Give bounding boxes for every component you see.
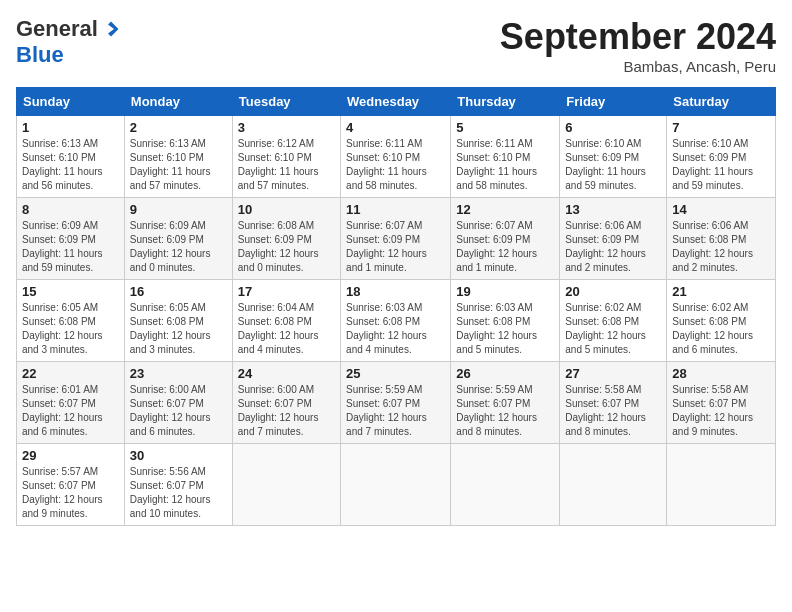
calendar-week-row: 22 Sunrise: 6:01 AM Sunset: 6:07 PM Dayl…	[17, 362, 776, 444]
col-sunday: Sunday	[17, 88, 125, 116]
calendar-cell: 27 Sunrise: 5:58 AM Sunset: 6:07 PM Dayl…	[560, 362, 667, 444]
svg-marker-0	[108, 22, 119, 37]
calendar-week-row: 15 Sunrise: 6:05 AM Sunset: 6:08 PM Dayl…	[17, 280, 776, 362]
day-number: 21	[672, 284, 770, 299]
calendar-cell: 24 Sunrise: 6:00 AM Sunset: 6:07 PM Dayl…	[232, 362, 340, 444]
calendar-cell: 11 Sunrise: 6:07 AM Sunset: 6:09 PM Dayl…	[341, 198, 451, 280]
calendar-cell: 10 Sunrise: 6:08 AM Sunset: 6:09 PM Dayl…	[232, 198, 340, 280]
day-number: 19	[456, 284, 554, 299]
day-info: Sunrise: 6:09 AM Sunset: 6:09 PM Dayligh…	[22, 219, 119, 275]
day-info: Sunrise: 6:11 AM Sunset: 6:10 PM Dayligh…	[456, 137, 554, 193]
calendar-cell: 3 Sunrise: 6:12 AM Sunset: 6:10 PM Dayli…	[232, 116, 340, 198]
day-number: 29	[22, 448, 119, 463]
logo: General Blue	[16, 16, 120, 68]
day-number: 30	[130, 448, 227, 463]
calendar-cell: 25 Sunrise: 5:59 AM Sunset: 6:07 PM Dayl…	[341, 362, 451, 444]
day-info: Sunrise: 6:02 AM Sunset: 6:08 PM Dayligh…	[565, 301, 661, 357]
day-number: 6	[565, 120, 661, 135]
day-info: Sunrise: 5:59 AM Sunset: 6:07 PM Dayligh…	[346, 383, 445, 439]
page-header: General Blue September 2024 Bambas, Anca…	[16, 16, 776, 75]
calendar-cell	[451, 444, 560, 526]
day-number: 15	[22, 284, 119, 299]
day-number: 3	[238, 120, 335, 135]
day-number: 8	[22, 202, 119, 217]
calendar-cell	[667, 444, 776, 526]
day-info: Sunrise: 6:03 AM Sunset: 6:08 PM Dayligh…	[456, 301, 554, 357]
calendar-cell: 1 Sunrise: 6:13 AM Sunset: 6:10 PM Dayli…	[17, 116, 125, 198]
day-info: Sunrise: 5:58 AM Sunset: 6:07 PM Dayligh…	[565, 383, 661, 439]
logo-blue-text: Blue	[16, 42, 64, 68]
day-number: 14	[672, 202, 770, 217]
calendar-week-row: 8 Sunrise: 6:09 AM Sunset: 6:09 PM Dayli…	[17, 198, 776, 280]
day-info: Sunrise: 5:58 AM Sunset: 6:07 PM Dayligh…	[672, 383, 770, 439]
calendar-cell: 15 Sunrise: 6:05 AM Sunset: 6:08 PM Dayl…	[17, 280, 125, 362]
calendar-cell: 23 Sunrise: 6:00 AM Sunset: 6:07 PM Dayl…	[124, 362, 232, 444]
day-info: Sunrise: 6:06 AM Sunset: 6:08 PM Dayligh…	[672, 219, 770, 275]
day-info: Sunrise: 6:00 AM Sunset: 6:07 PM Dayligh…	[238, 383, 335, 439]
col-tuesday: Tuesday	[232, 88, 340, 116]
day-info: Sunrise: 6:13 AM Sunset: 6:10 PM Dayligh…	[130, 137, 227, 193]
day-number: 10	[238, 202, 335, 217]
day-number: 18	[346, 284, 445, 299]
day-info: Sunrise: 6:07 AM Sunset: 6:09 PM Dayligh…	[456, 219, 554, 275]
day-number: 1	[22, 120, 119, 135]
day-info: Sunrise: 6:07 AM Sunset: 6:09 PM Dayligh…	[346, 219, 445, 275]
day-number: 22	[22, 366, 119, 381]
col-thursday: Thursday	[451, 88, 560, 116]
day-info: Sunrise: 6:06 AM Sunset: 6:09 PM Dayligh…	[565, 219, 661, 275]
day-number: 25	[346, 366, 445, 381]
day-info: Sunrise: 6:08 AM Sunset: 6:09 PM Dayligh…	[238, 219, 335, 275]
calendar-week-row: 29 Sunrise: 5:57 AM Sunset: 6:07 PM Dayl…	[17, 444, 776, 526]
day-number: 7	[672, 120, 770, 135]
calendar-cell: 17 Sunrise: 6:04 AM Sunset: 6:08 PM Dayl…	[232, 280, 340, 362]
calendar-header-row: Sunday Monday Tuesday Wednesday Thursday…	[17, 88, 776, 116]
day-number: 2	[130, 120, 227, 135]
calendar-cell: 7 Sunrise: 6:10 AM Sunset: 6:09 PM Dayli…	[667, 116, 776, 198]
day-number: 23	[130, 366, 227, 381]
month-title: September 2024	[500, 16, 776, 58]
day-info: Sunrise: 5:57 AM Sunset: 6:07 PM Dayligh…	[22, 465, 119, 521]
calendar-cell	[341, 444, 451, 526]
day-info: Sunrise: 5:56 AM Sunset: 6:07 PM Dayligh…	[130, 465, 227, 521]
day-number: 24	[238, 366, 335, 381]
calendar-cell: 30 Sunrise: 5:56 AM Sunset: 6:07 PM Dayl…	[124, 444, 232, 526]
day-info: Sunrise: 5:59 AM Sunset: 6:07 PM Dayligh…	[456, 383, 554, 439]
calendar-cell: 6 Sunrise: 6:10 AM Sunset: 6:09 PM Dayli…	[560, 116, 667, 198]
calendar-cell: 18 Sunrise: 6:03 AM Sunset: 6:08 PM Dayl…	[341, 280, 451, 362]
day-number: 13	[565, 202, 661, 217]
calendar-cell: 12 Sunrise: 6:07 AM Sunset: 6:09 PM Dayl…	[451, 198, 560, 280]
calendar-cell: 19 Sunrise: 6:03 AM Sunset: 6:08 PM Dayl…	[451, 280, 560, 362]
calendar-cell: 2 Sunrise: 6:13 AM Sunset: 6:10 PM Dayli…	[124, 116, 232, 198]
logo-icon	[102, 20, 120, 38]
day-info: Sunrise: 6:11 AM Sunset: 6:10 PM Dayligh…	[346, 137, 445, 193]
calendar-cell: 5 Sunrise: 6:11 AM Sunset: 6:10 PM Dayli…	[451, 116, 560, 198]
day-number: 28	[672, 366, 770, 381]
calendar-cell: 20 Sunrise: 6:02 AM Sunset: 6:08 PM Dayl…	[560, 280, 667, 362]
day-info: Sunrise: 6:12 AM Sunset: 6:10 PM Dayligh…	[238, 137, 335, 193]
day-number: 27	[565, 366, 661, 381]
day-info: Sunrise: 6:01 AM Sunset: 6:07 PM Dayligh…	[22, 383, 119, 439]
day-number: 26	[456, 366, 554, 381]
calendar-cell: 16 Sunrise: 6:05 AM Sunset: 6:08 PM Dayl…	[124, 280, 232, 362]
col-monday: Monday	[124, 88, 232, 116]
calendar-cell: 28 Sunrise: 5:58 AM Sunset: 6:07 PM Dayl…	[667, 362, 776, 444]
day-number: 16	[130, 284, 227, 299]
day-info: Sunrise: 6:04 AM Sunset: 6:08 PM Dayligh…	[238, 301, 335, 357]
logo-general-text: General	[16, 16, 98, 42]
calendar-cell: 8 Sunrise: 6:09 AM Sunset: 6:09 PM Dayli…	[17, 198, 125, 280]
calendar-cell: 21 Sunrise: 6:02 AM Sunset: 6:08 PM Dayl…	[667, 280, 776, 362]
location: Bambas, Ancash, Peru	[500, 58, 776, 75]
day-info: Sunrise: 6:00 AM Sunset: 6:07 PM Dayligh…	[130, 383, 227, 439]
day-info: Sunrise: 6:03 AM Sunset: 6:08 PM Dayligh…	[346, 301, 445, 357]
day-number: 9	[130, 202, 227, 217]
calendar-cell: 4 Sunrise: 6:11 AM Sunset: 6:10 PM Dayli…	[341, 116, 451, 198]
calendar-cell	[560, 444, 667, 526]
day-info: Sunrise: 6:02 AM Sunset: 6:08 PM Dayligh…	[672, 301, 770, 357]
calendar-cell: 22 Sunrise: 6:01 AM Sunset: 6:07 PM Dayl…	[17, 362, 125, 444]
day-number: 20	[565, 284, 661, 299]
day-info: Sunrise: 6:09 AM Sunset: 6:09 PM Dayligh…	[130, 219, 227, 275]
day-info: Sunrise: 6:05 AM Sunset: 6:08 PM Dayligh…	[130, 301, 227, 357]
day-number: 17	[238, 284, 335, 299]
title-block: September 2024 Bambas, Ancash, Peru	[500, 16, 776, 75]
calendar-week-row: 1 Sunrise: 6:13 AM Sunset: 6:10 PM Dayli…	[17, 116, 776, 198]
